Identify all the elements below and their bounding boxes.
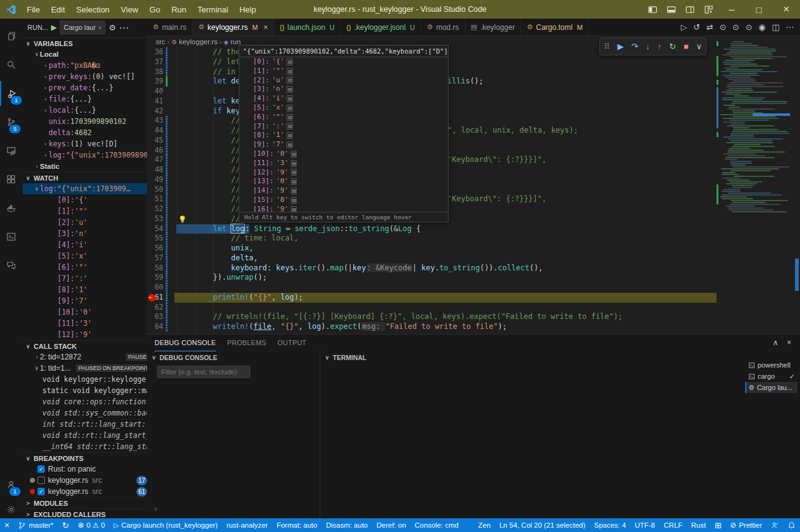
tab-.keylogger[interactable]: ▤.keylogger bbox=[465, 19, 521, 36]
maximize-button[interactable]: □ bbox=[745, 0, 773, 19]
status-console[interactable]: Console: cmd bbox=[411, 518, 463, 532]
step-out-icon[interactable]: ↑ bbox=[657, 42, 662, 51]
breakpoint-checkbox[interactable]: ✓ bbox=[37, 488, 45, 495]
hover-char-row[interactable]: [15]:'8'▤ bbox=[239, 196, 448, 205]
activity-explorer[interactable] bbox=[0, 24, 22, 49]
hover-char-row[interactable]: [1]:'"'▤ bbox=[239, 67, 448, 76]
breakpoint-checkbox[interactable] bbox=[37, 477, 45, 484]
stack-frame-3[interactable]: void std::sys_common::backt bbox=[22, 407, 148, 419]
panel-tab-debug-console[interactable]: DEBUG CONSOLE bbox=[155, 335, 216, 351]
hover-char-row[interactable]: [2]:'u'▤ bbox=[239, 76, 448, 85]
debug-more-actions[interactable]: ⋯ bbox=[119, 22, 129, 34]
restart-icon[interactable]: ↻ bbox=[669, 42, 676, 51]
hover-char-row[interactable]: [13]:'0'▤ bbox=[239, 177, 448, 186]
terminal-item-powershell[interactable]: powershell bbox=[745, 359, 798, 371]
toggle-panel-icon[interactable] bbox=[662, 0, 680, 19]
hover-char-row[interactable]: [12]:'9'▤ bbox=[239, 168, 448, 178]
tab-launch.json[interactable]: {}launch.jsonU bbox=[274, 19, 341, 36]
activity-extensions[interactable] bbox=[0, 167, 22, 192]
variable-Local[interactable]: ∨Local bbox=[22, 49, 148, 60]
status-extension-grid[interactable]: ⊞ bbox=[710, 518, 726, 532]
menu-run[interactable]: Run bbox=[166, 0, 192, 19]
hover-char-row[interactable]: [14]:'9'▤ bbox=[239, 186, 448, 196]
hover-char-row[interactable]: [3]:'n'▤ bbox=[239, 85, 448, 94]
status-language[interactable]: Rust bbox=[687, 518, 710, 532]
view-binary-data-icon[interactable]: ▤ bbox=[287, 95, 292, 102]
status-git-branch[interactable]: master* bbox=[14, 518, 58, 532]
panel-tab-output[interactable]: OUTPUT bbox=[277, 335, 306, 351]
variable-file[interactable]: ›file: {...} bbox=[22, 93, 148, 105]
tab-mod.rs[interactable]: ⚙mod.rs bbox=[421, 19, 465, 36]
thread-1[interactable]: ›2: tid=12872PAUSED bbox=[22, 351, 148, 363]
watch-item-4[interactable]: [4]: 'i' bbox=[22, 239, 148, 250]
view-binary-data-icon[interactable]: ▤ bbox=[287, 123, 292, 130]
menu-selection[interactable]: Selection bbox=[70, 0, 115, 19]
breadcrumb-item[interactable]: src bbox=[156, 38, 165, 45]
variable-delta[interactable]: delta: 4682 bbox=[22, 127, 148, 138]
breakpoint-row-0[interactable]: ✓Rust: on panic bbox=[22, 463, 148, 475]
status-encoding[interactable]: UTF-8 bbox=[631, 518, 660, 532]
status-feedback[interactable] bbox=[766, 518, 783, 532]
minimize-button[interactable]: ─ bbox=[718, 0, 745, 19]
variable-keys[interactable]: ›keys: (1) vec![D] bbox=[22, 138, 148, 150]
stack-frame-1[interactable]: static void keylogger::main bbox=[22, 385, 148, 396]
run-or-debug-icon[interactable]: ◉ bbox=[758, 22, 765, 32]
breakpoints-section-header[interactable]: ∨BREAKPOINTS bbox=[22, 452, 147, 463]
stack-frame-4[interactable]: int std::rt::lang_start::cl bbox=[22, 419, 148, 430]
menu-view[interactable]: View bbox=[115, 0, 144, 19]
terminal-section-header[interactable]: ∨TERMINAL bbox=[324, 352, 366, 363]
view-binary-data-icon[interactable]: ▤ bbox=[287, 68, 292, 75]
hover-char-row[interactable]: [9]:'7'▤ bbox=[239, 140, 448, 150]
hover-char-row[interactable]: [7]:':'▤ bbox=[239, 122, 448, 131]
watch-item-11[interactable]: [11]: '3' bbox=[22, 318, 148, 329]
watch-expression-log[interactable]: ∨log: "{"unix":1703909890…× bbox=[22, 183, 148, 194]
run-file-icon[interactable]: ▷ bbox=[681, 22, 687, 32]
watch-item-1[interactable]: [1]: '"' bbox=[22, 206, 148, 217]
step-into-icon[interactable]: ↓ bbox=[645, 42, 650, 51]
hover-char-row[interactable]: [11]:'3'▤ bbox=[239, 159, 448, 168]
hover-char-row[interactable]: [6]:'"'▤ bbox=[239, 113, 448, 122]
toggle-sidebar-icon[interactable] bbox=[643, 0, 662, 19]
variable-prev_keys[interactable]: ›prev_keys: (0) vec![] bbox=[22, 71, 148, 82]
continue-icon[interactable]: ▶ bbox=[617, 42, 624, 51]
activity-remote-explorer[interactable] bbox=[0, 138, 22, 163]
debug-gear-icon[interactable]: ⚙ bbox=[108, 23, 116, 32]
nav-back-icon[interactable]: ⊙ bbox=[720, 22, 726, 32]
maximize-panel-icon[interactable]: ∧ bbox=[773, 338, 778, 347]
open-changes-icon[interactable]: ⇄ bbox=[707, 22, 713, 32]
stack-frame-5[interactable]: void std::rt::lang_start_in bbox=[22, 430, 148, 441]
nav-forward-icon[interactable]: ⊙ bbox=[745, 22, 752, 32]
breakpoint-row-1[interactable]: keylogger.rssrc17 bbox=[22, 475, 148, 486]
variable-prev_date[interactable]: ›prev_date: {...} bbox=[22, 82, 148, 93]
tab-keylogger.rs[interactable]: ⚙keylogger.rsM× bbox=[193, 19, 274, 36]
session-picker-icon[interactable]: ∨ bbox=[696, 42, 702, 51]
menu-help[interactable]: Help bbox=[234, 0, 262, 19]
stop-icon[interactable]: ■ bbox=[683, 42, 688, 51]
tab-.keylogger.jsonl[interactable]: {}.keylogger.jsonlU bbox=[341, 19, 421, 36]
watch-section-header[interactable]: ∨WATCH bbox=[22, 172, 147, 183]
status-indentation[interactable]: Spaces: 4 bbox=[590, 518, 631, 532]
breakpoint-row-2[interactable]: ✓keylogger.rssrc61 bbox=[22, 486, 148, 497]
watch-item-7[interactable]: [7]: ':' bbox=[22, 273, 148, 284]
split-editor-icon[interactable]: ◫ bbox=[772, 22, 779, 32]
activity-source-control[interactable]: 5 bbox=[0, 110, 22, 135]
view-binary-data-icon[interactable]: ▤ bbox=[291, 169, 297, 176]
view-binary-data-icon[interactable]: ▤ bbox=[287, 77, 292, 83]
variables-section-header[interactable]: ∨VARIABLES bbox=[22, 37, 147, 49]
activity-account[interactable]: 1 bbox=[0, 472, 22, 497]
view-binary-data-icon[interactable]: ▤ bbox=[291, 178, 297, 185]
excluded-callers-section-header[interactable]: >EXCLUDED CALLERS bbox=[22, 508, 147, 518]
view-binary-data-icon[interactable]: ▤ bbox=[291, 197, 297, 204]
breakpoint-checkbox[interactable]: ✓ bbox=[37, 465, 45, 473]
view-binary-data-icon[interactable]: ▤ bbox=[287, 86, 292, 93]
view-binary-data-icon[interactable]: ▤ bbox=[291, 151, 297, 158]
launch-config-dropdown[interactable]: Cargo laur∨ bbox=[60, 21, 105, 34]
status-notifications[interactable] bbox=[783, 518, 800, 532]
step-over-icon[interactable]: ↷ bbox=[631, 42, 638, 51]
status-cursor-position[interactable]: Ln 54, Col 20 (21 selected) bbox=[495, 518, 589, 532]
watch-item-8[interactable]: [8]: '1' bbox=[22, 284, 148, 295]
debug-console-section-header[interactable]: ∨DEBUG CONSOLE bbox=[151, 352, 217, 363]
debug-console-prompt[interactable]: › bbox=[153, 505, 158, 513]
variable-unix[interactable]: unix: 1703909890102 bbox=[22, 116, 148, 127]
hover-char-row[interactable]: [8]:'1'▤ bbox=[239, 131, 448, 140]
